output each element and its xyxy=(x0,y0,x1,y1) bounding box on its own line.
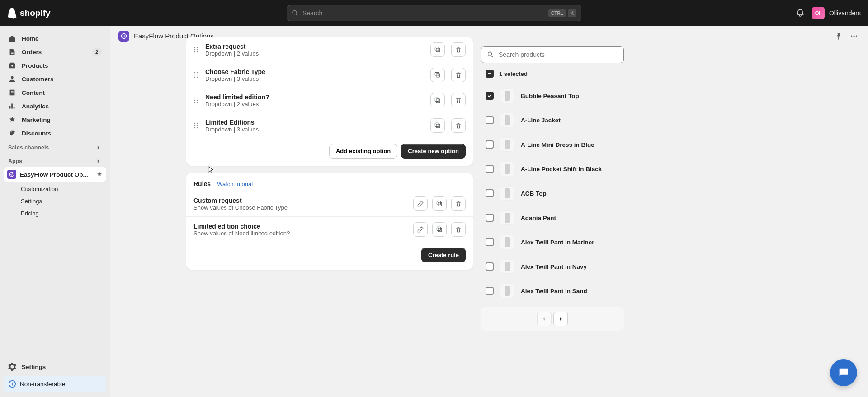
product-checkbox[interactable] xyxy=(486,262,494,271)
svg-point-35 xyxy=(194,125,196,126)
drag-handle-icon[interactable] xyxy=(193,97,199,104)
indeterminate-checkbox[interactable] xyxy=(486,70,494,78)
product-item[interactable]: A-Line Jacket xyxy=(481,108,624,132)
duplicate-button[interactable] xyxy=(430,68,445,82)
drag-handle-icon[interactable] xyxy=(193,122,199,129)
duplicate-button[interactable] xyxy=(432,222,447,237)
svg-rect-48 xyxy=(505,140,510,149)
sidebar-item-home[interactable]: Home xyxy=(4,32,106,45)
prev-page-button[interactable] xyxy=(537,312,552,326)
pin-icon[interactable] xyxy=(96,171,103,177)
delete-button[interactable] xyxy=(451,222,466,237)
nav-icon xyxy=(8,34,16,42)
product-item[interactable]: A-Line Pocket Shift in Black xyxy=(481,157,624,181)
sidebar-settings[interactable]: Settings xyxy=(4,360,106,374)
main: EasyFlow Product Options Extra requestDr… xyxy=(110,26,868,397)
add-existing-option-button[interactable]: Add existing option xyxy=(329,144,397,159)
selected-count: 1 selected xyxy=(499,70,528,77)
selection-summary[interactable]: 1 selected xyxy=(481,63,624,84)
svg-point-28 xyxy=(197,100,198,101)
svg-rect-50 xyxy=(505,188,510,198)
product-item[interactable]: Bubble Peasant Top xyxy=(481,84,624,107)
svg-point-0 xyxy=(11,65,13,67)
svg-rect-15 xyxy=(436,48,440,52)
delete-button[interactable] xyxy=(451,42,466,57)
svg-point-8 xyxy=(856,35,857,37)
sidebar-item-orders[interactable]: Orders2 xyxy=(4,45,106,59)
sidebar-sub-customization[interactable]: Customization xyxy=(17,183,106,195)
more-icon[interactable] xyxy=(848,30,860,42)
chevron-right-icon xyxy=(95,145,102,151)
apps-heading[interactable]: Apps xyxy=(4,154,106,167)
product-name: Alex Twill Pant in Navy xyxy=(521,263,587,270)
sidebar-item-products[interactable]: Products xyxy=(4,59,106,72)
duplicate-button[interactable] xyxy=(432,196,447,211)
duplicate-button[interactable] xyxy=(430,118,445,133)
product-item[interactable]: Adania Pant xyxy=(481,206,624,229)
duplicate-button[interactable] xyxy=(430,93,445,107)
search-icon xyxy=(487,51,494,58)
notifications-icon[interactable] xyxy=(796,9,805,18)
product-checkbox[interactable] xyxy=(486,116,494,124)
sidebar-app-easyflow[interactable]: EasyFlow Product Op... xyxy=(4,167,106,182)
product-checkbox[interactable] xyxy=(486,287,494,295)
product-thumbnail xyxy=(500,137,514,152)
search-input[interactable] xyxy=(302,9,545,17)
product-item[interactable]: A-Line Mini Dress in Blue xyxy=(481,133,624,156)
svg-point-6 xyxy=(851,35,852,37)
shopify-logo[interactable]: shopify xyxy=(7,8,51,19)
delete-button[interactable] xyxy=(451,68,466,82)
product-item[interactable]: Alex Twill Pant in Sand xyxy=(481,279,624,303)
edit-button[interactable] xyxy=(413,222,428,237)
global-search[interactable]: CTRL K xyxy=(287,5,581,21)
chat-fab[interactable] xyxy=(830,359,857,386)
pin-page-icon[interactable] xyxy=(833,30,844,42)
sidebar-sub-pricing[interactable]: Pricing xyxy=(17,208,106,219)
nav-icon xyxy=(8,102,16,110)
create-new-option-button[interactable]: Create new option xyxy=(401,144,466,159)
product-checkbox[interactable] xyxy=(486,214,494,222)
sidebar-item-customers[interactable]: Customers xyxy=(4,72,106,86)
product-checkbox[interactable] xyxy=(486,238,494,246)
watch-tutorial-link[interactable]: Watch tutorial xyxy=(217,181,253,187)
search-icon xyxy=(292,9,299,17)
kbd-ctrl: CTRL xyxy=(548,9,566,17)
product-checkbox[interactable] xyxy=(486,92,494,100)
product-checkbox[interactable] xyxy=(486,189,494,197)
edit-button[interactable] xyxy=(413,196,428,211)
product-search-input[interactable] xyxy=(499,51,618,58)
product-item[interactable]: ACB Top xyxy=(481,182,624,205)
rule-meta: Show values of Need limited edition? xyxy=(193,230,409,237)
drag-handle-icon[interactable] xyxy=(193,71,199,79)
drag-handle-icon[interactable] xyxy=(193,46,199,53)
sidebar-item-marketing[interactable]: Marketing xyxy=(4,113,106,126)
center-column: Extra requestDropdown | 2 valuesChoose F… xyxy=(186,46,473,277)
svg-point-25 xyxy=(194,98,196,99)
sidebar-app-label: EasyFlow Product Op... xyxy=(20,171,93,178)
non-transferable-banner[interactable]: Non-transferable xyxy=(4,376,106,392)
sales-channels-heading[interactable]: Sales channels xyxy=(4,140,106,154)
product-search[interactable] xyxy=(481,46,624,63)
product-name: Alex Twill Pant in Mariner xyxy=(521,239,594,246)
sidebar-item-discounts[interactable]: Discounts xyxy=(4,126,106,140)
option-title: Limited Editions xyxy=(205,119,424,126)
next-page-button[interactable] xyxy=(553,312,568,326)
product-item[interactable]: Alex Twill Pant in Navy xyxy=(481,255,624,278)
sidebar-item-analytics[interactable]: Analytics xyxy=(4,99,106,113)
rules-card: Rules Watch tutorial Custom requestShow … xyxy=(186,173,473,270)
product-name: ACB Top xyxy=(521,190,547,197)
sidebar-item-content[interactable]: Content xyxy=(4,86,106,99)
product-item[interactable]: Alex Twill Pant in Mariner xyxy=(481,230,624,254)
product-checkbox[interactable] xyxy=(486,140,494,149)
user-menu[interactable]: Oll Ollivanders xyxy=(812,7,861,19)
rule-row: Limited edition choiceShow values of Nee… xyxy=(186,216,473,242)
create-rule-button[interactable]: Create rule xyxy=(421,248,466,262)
sidebar-sub-settings[interactable]: Settings xyxy=(17,196,106,207)
svg-rect-16 xyxy=(435,47,439,51)
option-title: Need limited edition? xyxy=(205,93,424,101)
delete-button[interactable] xyxy=(451,196,466,211)
product-checkbox[interactable] xyxy=(486,165,494,173)
delete-button[interactable] xyxy=(451,93,466,107)
delete-button[interactable] xyxy=(451,118,466,133)
duplicate-button[interactable] xyxy=(430,42,445,57)
